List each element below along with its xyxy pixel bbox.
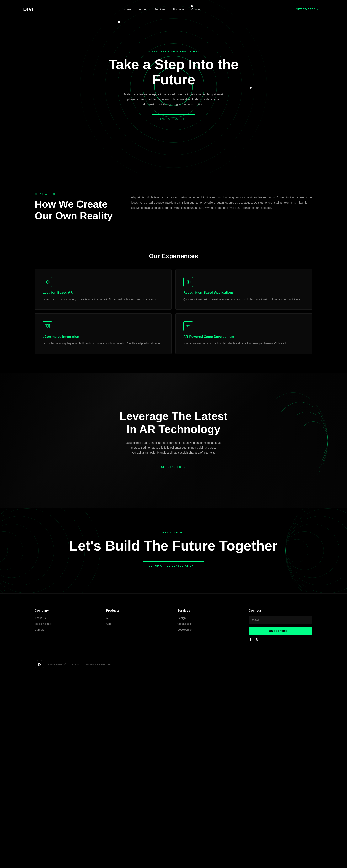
dot-1 [118,21,120,23]
cta-eyebrow: GET STARTED [35,531,312,534]
footer-link-careers[interactable]: Careers [35,628,44,631]
exp-card-desc-1: Quisque aliquet velit sit amet sem inter… [183,297,305,302]
exp-card-1: Recognition-Based Applications Quisque a… [176,269,312,310]
subscribe-arrow: → [289,629,292,632]
footer-company-title: Company [35,609,98,612]
footer-logo: D [35,660,44,670]
ar-cta-label: GET STARTED [161,466,181,468]
footer-grid: Company About Us Media & Press Careers P… [35,609,312,642]
footer-link-apps[interactable]: Apps [106,622,112,625]
ar-banner-section: Leverage The Latest In AR Technology Qui… [0,373,347,508]
subscribe-button[interactable]: SUBSCRIBE → [249,627,312,635]
nav-link-portfolio[interactable]: Portfolio [173,8,184,11]
ar-title: Leverage The Latest In AR Technology [114,410,233,435]
exp-icon-3 [183,321,193,331]
nav-link-about[interactable]: About [139,8,147,11]
exp-card-desc-3: In non pulvinar purus. Curabitur nisl od… [183,341,305,346]
footer-services-links: Design Consultation Development [177,616,241,631]
ar-arc-4 [258,393,328,489]
exp-card-title-3: AR-Powered Game Development [183,335,305,339]
nav-link-services[interactable]: Services [154,8,165,11]
what-we-do-eyebrow: WHAT WE DO [35,193,116,195]
hero-cta-arrow: → [186,117,189,121]
cta-consult-arrow: → [195,564,198,567]
ar-cta-arrow: → [183,466,186,469]
hero-eyebrow: UNLOCKING NEW REALITIES [108,50,239,53]
social-twitter-icon[interactable] [255,638,259,642]
footer-col-products: Products API Apps [106,609,170,642]
ar-cta-button[interactable]: GET STARTED → [156,463,192,471]
svg-rect-14 [186,324,190,328]
svg-rect-11 [46,325,49,327]
exp-icon-2 [42,321,52,331]
exp-icon-1 [183,277,193,287]
cta-title: Let's Build The Future Together [35,538,312,554]
nav-link-home[interactable]: Home [124,8,131,11]
footer: Company About Us Media & Press Careers P… [0,593,347,677]
exp-card-3: AR-Powered Game Development In non pulvi… [176,313,312,354]
nav-link-contact[interactable]: Contact [191,8,201,11]
footer-col-services: Services Design Consultation Development [177,609,241,642]
footer-bottom: D COPYRIGHT © 2024 DIVI. ALL RIGHTS RESE… [35,654,312,670]
what-we-do-left: WHAT WE DO How We Create Our Own Reality [35,193,116,222]
subscribe-label: SUBSCRIBE [269,629,287,632]
footer-connect-form: SUBSCRIBE → [249,616,312,642]
footer-company-links: About Us Media & Press Careers [35,616,98,631]
svg-rect-20 [262,638,265,641]
exp-card-desc-2: Luctus lectus non quisque turpis bibendu… [42,341,164,346]
footer-copyright: COPYRIGHT © 2024 DIVI. ALL RIGHTS RESERV… [48,663,112,666]
footer-link-design[interactable]: Design [177,616,186,620]
social-facebook-icon[interactable] [249,638,252,642]
what-we-do-description: Aliquet nisl. Nulla tempor mauris sed pr… [131,195,312,210]
svg-point-7 [188,281,189,283]
cta-consult-label: SET UP A FREE CONSULTATION [149,564,194,567]
exp-card-title-1: Recognition-Based Applications [183,291,305,294]
exp-card-2: eCommerce Integration Luctus lectus non … [35,313,171,354]
footer-link-about[interactable]: About Us [35,616,46,620]
hero-section: UNLOCKING NEW REALITIES Take a Step Into… [0,0,347,174]
cta-section: GET STARTED Let's Build The Future Toget… [0,508,347,593]
ar-arcs [251,393,328,489]
what-we-do-section: WHAT WE DO How We Create Our Own Reality… [0,174,347,241]
footer-link-api[interactable]: API [106,616,111,620]
ar-content: Leverage The Latest In AR Technology Qui… [114,410,233,471]
nav-links: Home About Services Portfolio Contact [124,8,201,11]
nav-cta-button[interactable]: GET STARTED → [291,6,324,13]
dot-3 [250,87,252,89]
footer-col-connect: Connect SUBSCRIBE → [249,609,312,642]
footer-products-title: Products [106,609,170,612]
nav-logo[interactable]: DIVI [23,6,34,12]
footer-services-title: Services [177,609,241,612]
cta-inner: GET STARTED Let's Build The Future Toget… [35,531,312,570]
hero-description: Malesuada laoreet in eget sit mattis sed… [123,92,224,107]
hero-title: Take a Step Into the Future [108,57,239,87]
cta-consult-button[interactable]: SET UP A FREE CONSULTATION → [143,561,204,570]
navigation: DIVI Home About Services Portfolio Conta… [0,0,347,19]
footer-link-media[interactable]: Media & Press [35,622,52,625]
what-we-do-title: How We Create Our Own Reality [35,198,116,222]
hero-cta-button[interactable]: START A PROJECT → [152,115,194,123]
footer-connect-title: Connect [249,609,312,612]
hero-cta-label: START A PROJECT [158,118,184,120]
social-instagram-icon[interactable] [262,638,265,642]
experiences-grid: Location-Based AR Lorem ipsum dolor sit … [35,269,312,354]
what-we-do-right: Aliquet nisl. Nulla tempor mauris sed pr… [131,193,312,210]
social-icons [249,638,312,642]
exp-card-title-0: Location-Based AR [42,291,164,294]
exp-icon-0 [42,277,52,287]
ar-description: Quis blandit erat. Donec laoreet libero … [125,440,222,455]
footer-link-consultation[interactable]: Consultation [177,622,192,625]
email-input[interactable] [249,616,312,624]
exp-card-0: Location-Based AR Lorem ipsum dolor sit … [35,269,171,310]
svg-point-6 [186,281,190,283]
hero-content: UNLOCKING NEW REALITIES Take a Step Into… [108,50,239,123]
svg-point-0 [46,281,49,283]
exp-card-desc-0: Lorem ipsum dolor sit amet, consectetur … [42,297,164,302]
svg-rect-15 [187,326,189,327]
footer-products-links: API Apps [106,616,170,625]
experiences-section: Our Experiences Location-Based AR Lorem … [0,241,347,373]
experiences-title: Our Experiences [35,252,312,260]
footer-link-development[interactable]: Development [177,628,193,631]
footer-col-company: Company About Us Media & Press Careers [35,609,98,642]
exp-card-title-2: eCommerce Integration [42,335,164,339]
